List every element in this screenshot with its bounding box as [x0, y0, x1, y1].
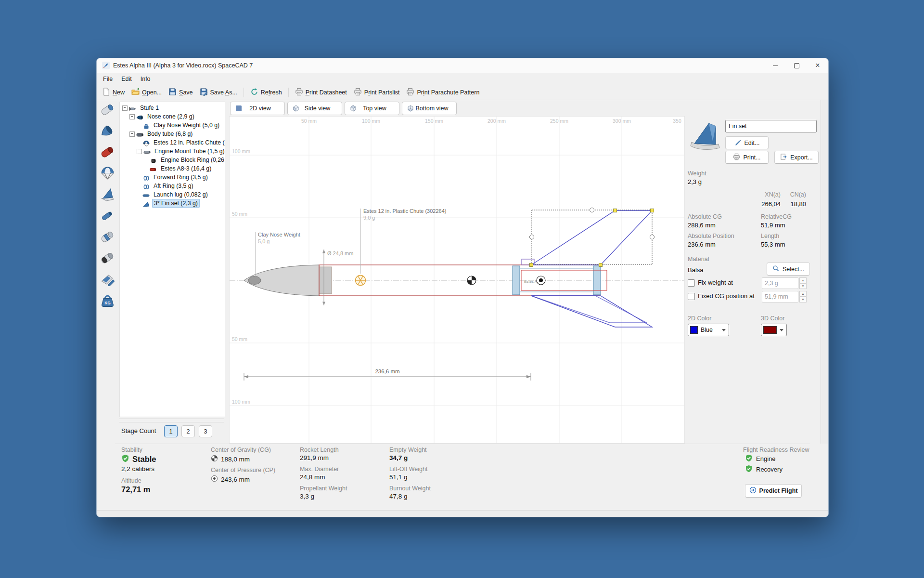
- clay-nose-weight-shape[interactable]: [248, 276, 261, 285]
- tree-item-engine-block-ring-0-26[interactable]: Engine Block Ring (0,26: [120, 156, 225, 164]
- title-bar[interactable]: Estes Alpha III (Alpha 3 for Video.rocx)…: [97, 58, 828, 73]
- tree-expander-icon[interactable]: [122, 105, 128, 111]
- view-button-2d-view[interactable]: 2D view: [230, 102, 285, 115]
- ruler-label: 150 mm: [425, 118, 443, 124]
- tree-expander-icon[interactable]: [137, 149, 142, 154]
- tree-item-label: Launch lug (0,082 g): [152, 191, 209, 198]
- component-name-input[interactable]: [725, 120, 817, 132]
- rocket-drawing: 50 mm 100 mm 150 mm 200 mm 250 mm 300 mm…: [230, 117, 684, 443]
- save-as-button[interactable]: Save As...: [196, 86, 241, 99]
- tree-item-3-fin-set-2-3-g[interactable]: 3* Fin set (2,3 g): [120, 199, 225, 208]
- palette-weight-icon[interactable]: KG: [100, 292, 116, 308]
- menu-file[interactable]: File: [99, 74, 117, 84]
- tree-expander-icon[interactable]: [129, 114, 135, 119]
- vertical-scrollbar[interactable]: [821, 100, 828, 444]
- palette-custom-fin-icon[interactable]: [100, 271, 116, 287]
- centering-ring-icon: [142, 183, 151, 189]
- palette-engine-icon[interactable]: [100, 250, 116, 266]
- print-button[interactable]: Print...: [725, 151, 769, 164]
- tree-item-engine-mount-tube-1-5-g[interactable]: Engine Mount Tube (1,5 g): [120, 147, 225, 156]
- parachute-marker[interactable]: [356, 276, 366, 286]
- tree-item-estes-a8-3-16-4-g[interactable]: Estes A8-3 (16,4 g): [120, 164, 225, 173]
- stage-count-1-button[interactable]: 1: [164, 425, 178, 437]
- color-2d-dropdown[interactable]: Blue: [688, 324, 729, 336]
- shield-check-icon: [121, 454, 129, 464]
- palette-engine-tube-icon[interactable]: [100, 144, 116, 160]
- cn-value: 18,80: [784, 200, 806, 208]
- centering-ring-icon: [142, 174, 151, 180]
- stage-count-3-button[interactable]: 3: [199, 425, 212, 437]
- forward-ring-shape[interactable]: [513, 266, 520, 295]
- fix-weight-checkbox[interactable]: [688, 279, 695, 287]
- absolute-position-value: 236,6 mm: [688, 241, 716, 248]
- max-diameter-label: Max. Diameter: [300, 466, 339, 473]
- view-button-bottom-view[interactable]: Bottom view: [402, 102, 457, 115]
- export-icon: [780, 153, 787, 162]
- predict-flight-button[interactable]: Predict Flight: [745, 484, 802, 498]
- fix-weight-label: Fix weight at: [698, 279, 733, 286]
- palette-launch-lug-icon[interactable]: [100, 208, 116, 223]
- component-tree[interactable]: Stufe 1Nose cone (2,9 g)Clay Nose Weight…: [119, 102, 225, 417]
- fixed-cg-spinner[interactable]: ▲▼: [799, 291, 807, 302]
- cp-icon: [211, 475, 218, 484]
- design-canvas[interactable]: 50 mm 100 mm 150 mm 200 mm 250 mm 300 mm…: [229, 116, 685, 444]
- fix-weight-spinner[interactable]: ▲▼: [799, 277, 807, 289]
- nose-cone-shoulder[interactable]: [319, 267, 332, 294]
- print-parachute-pattern-button[interactable]: Print Parachute Pattern: [403, 86, 483, 99]
- new-button[interactable]: New: [99, 86, 128, 99]
- fix-weight-input[interactable]: [762, 277, 798, 289]
- palette-centering-ring-icon[interactable]: [100, 229, 116, 245]
- printer-icon: [733, 153, 740, 162]
- save-button[interactable]: Save: [165, 86, 196, 99]
- absolute-cg-value: 288,6 mm: [688, 222, 716, 229]
- edit-button[interactable]: Edit...: [725, 136, 769, 149]
- maximize-button[interactable]: [786, 58, 807, 73]
- new-file-icon: [102, 88, 110, 97]
- view-button-top-view[interactable]: Top view: [345, 102, 399, 115]
- refresh-button[interactable]: Refresh: [247, 86, 285, 99]
- material-value: Balsa: [688, 266, 704, 274]
- print-datasheet-button[interactable]: Print Datasheet: [292, 86, 350, 99]
- menu-info[interactable]: Info: [136, 74, 155, 84]
- cube-side-icon: [292, 105, 300, 112]
- close-button[interactable]: ×: [807, 58, 828, 73]
- ruler-label: 50 mm: [232, 211, 247, 217]
- tree-item-launch-lug-0-082-g[interactable]: Launch lug (0,082 g): [120, 190, 225, 199]
- tree-expander-icon[interactable]: [129, 131, 135, 137]
- cn-label: CN(a): [784, 191, 806, 198]
- cp-label: Center of Pressure (CP): [211, 467, 275, 473]
- export-button[interactable]: Export...: [774, 151, 819, 164]
- palette-parachute-icon[interactable]: [100, 165, 116, 181]
- open-button[interactable]: Open...: [128, 86, 165, 99]
- palette-nose-cone-icon[interactable]: [100, 123, 116, 139]
- absolute-position-label: Absolute Position: [688, 233, 734, 239]
- fixed-cg-input[interactable]: [762, 291, 798, 302]
- color-3d-dropdown[interactable]: [761, 324, 787, 336]
- palette-fin-icon[interactable]: [100, 186, 116, 202]
- selection-marquee[interactable]: [532, 210, 652, 264]
- frr-item-recovery: Recovery: [745, 464, 783, 474]
- parachute-icon: [142, 140, 151, 145]
- view-button-label: Bottom view: [414, 105, 449, 112]
- tree-item-stufe-1[interactable]: Stufe 1: [120, 104, 225, 112]
- tree-item-body-tube-6-8-g[interactable]: Body tube (6,8 g): [120, 130, 225, 138]
- minimize-button[interactable]: [765, 58, 786, 73]
- tree-item-nose-cone-2-9-g[interactable]: Nose cone (2,9 g): [120, 112, 225, 121]
- menu-edit[interactable]: Edit: [117, 74, 136, 84]
- tree-splitter[interactable]: [119, 419, 224, 419]
- stage-count-2-button[interactable]: 2: [181, 425, 195, 437]
- selection-handles[interactable]: [530, 208, 654, 267]
- tree-item-estes-12-in-plastic-chute-3[interactable]: Estes 12 in. Plastic Chute (3: [120, 138, 225, 147]
- view-button-side-view[interactable]: Side view: [287, 102, 342, 115]
- material-select-button[interactable]: Select...: [767, 263, 810, 276]
- printer-icon: [295, 88, 303, 97]
- print-partslist-button[interactable]: Print Partslist: [350, 86, 403, 99]
- tree-item-clay-nose-weight-5-0-g[interactable]: Clay Nose Weight (5,0 g): [120, 121, 225, 130]
- fixed-cg-checkbox[interactable]: [688, 293, 695, 300]
- palette-body-tube-icon[interactable]: [100, 102, 116, 118]
- tree-item-forward-ring-3-5-g[interactable]: Forward Ring (3,5 g): [120, 173, 225, 182]
- horizontal-scrollbar[interactable]: [97, 510, 828, 517]
- toolbar-button-label: Open...: [142, 89, 162, 96]
- refresh-icon: [250, 88, 258, 97]
- tree-item-aft-ring-3-5-g[interactable]: Aft Ring (3,5 g): [120, 182, 225, 190]
